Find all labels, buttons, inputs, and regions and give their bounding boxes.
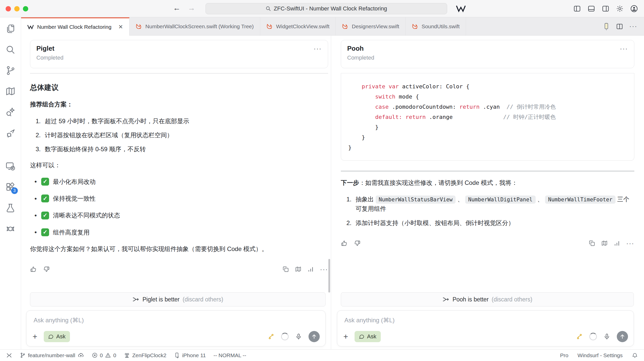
list-item: 2.计时器按钮放在状态栏区域（复用状态栏空间） bbox=[30, 130, 328, 140]
remote-indicator-icon[interactable] bbox=[6, 352, 12, 358]
open-in-editor-icon[interactable] bbox=[295, 266, 301, 272]
stats-icon[interactable] bbox=[308, 266, 314, 272]
better-label: Piglet is better bbox=[142, 296, 180, 303]
error-icon bbox=[92, 352, 98, 358]
toggle-primary-sidebar-icon[interactable] bbox=[573, 4, 581, 13]
list-item: 3.数字面板始终保持 0-59 顺序，不反转 bbox=[30, 144, 328, 154]
split-editor-icon[interactable] bbox=[616, 23, 623, 30]
toggle-panel-icon[interactable] bbox=[587, 4, 596, 13]
chat-input-right[interactable]: Ask anything (⌘L) + Ask bbox=[337, 310, 634, 346]
ask-label: Ask bbox=[56, 333, 66, 340]
thumbs-up-icon[interactable] bbox=[30, 266, 37, 273]
mic-icon[interactable] bbox=[604, 333, 610, 340]
chat-input-left[interactable]: Ask anything (⌘L) + Ask bbox=[26, 310, 326, 346]
thumbs-down-icon[interactable] bbox=[43, 266, 50, 273]
windsurf-settings-button[interactable]: Windsurf - Settings bbox=[578, 352, 623, 358]
check-item: •✓保持视觉一致性 bbox=[30, 193, 328, 204]
message-lead: 这样可以： bbox=[30, 160, 328, 170]
tab-close-icon[interactable]: ✕ bbox=[118, 24, 123, 30]
device-status[interactable]: iPhone 11 bbox=[174, 352, 206, 358]
swift-icon bbox=[266, 23, 273, 30]
tab-label: NumberWallClockScreen.swift (Working Tre… bbox=[145, 23, 254, 30]
check-item: •✓清晰表达不同模式的状态 bbox=[30, 210, 328, 220]
stats-icon[interactable] bbox=[614, 240, 620, 246]
list-item: 2.添加计时器支持（小时取模、按钮布局、倒计时视觉区分） bbox=[341, 218, 634, 228]
simulator-device-icon[interactable] bbox=[603, 23, 610, 30]
tab-numberwallclockscreen[interactable]: NumberWallClockScreen.swift (Working Tre… bbox=[129, 17, 260, 35]
copy-message-icon[interactable] bbox=[589, 240, 595, 246]
list-item: 1.超过 59 小时时，数字面板不点亮小时，只在底部显示 bbox=[30, 116, 328, 126]
input-placeholder: Ask anything (⌘L) bbox=[344, 317, 394, 324]
remote-explorer-icon[interactable] bbox=[5, 160, 16, 172]
testing-beaker-icon[interactable] bbox=[5, 202, 16, 214]
toggle-secondary-sidebar-icon[interactable] bbox=[601, 4, 610, 13]
message-more-icon[interactable]: ··· bbox=[320, 264, 328, 274]
card-more-icon[interactable]: ··· bbox=[620, 45, 628, 53]
vim-mode-indicator[interactable]: -- NORMAL -- bbox=[213, 352, 246, 358]
explorer-icon[interactable] bbox=[5, 23, 16, 35]
swift-code: private var activeColor: Color { switch … bbox=[348, 81, 627, 153]
tab-soundutils[interactable]: SoundUtils.swift bbox=[406, 17, 466, 35]
swift-icon bbox=[136, 23, 142, 30]
zoom-window-button[interactable] bbox=[23, 6, 28, 11]
editor-tabbar: Number Wall Clock Refactoring ✕ NumberWa… bbox=[21, 17, 644, 36]
plan-badge[interactable]: Pro bbox=[560, 352, 568, 358]
error-count: 0 bbox=[100, 352, 103, 358]
model-status: Completed bbox=[347, 54, 628, 61]
minimize-window-button[interactable] bbox=[14, 6, 20, 11]
ask-mode-button[interactable]: Ask bbox=[44, 331, 70, 342]
branch-context-icon[interactable] bbox=[268, 333, 274, 340]
ai-search-icon[interactable] bbox=[5, 106, 16, 118]
problems-status[interactable]: 0 0 bbox=[92, 352, 116, 358]
ordered-list: 1.抽象出 NumberWallStatusBarView 、 NumberWa… bbox=[341, 195, 634, 228]
send-button[interactable] bbox=[309, 331, 320, 342]
attach-plus-button[interactable]: + bbox=[343, 332, 353, 341]
tab-number-wall-clock-refactoring[interactable]: Number Wall Clock Refactoring ✕ bbox=[21, 17, 129, 36]
branch-context-icon[interactable] bbox=[576, 333, 583, 340]
open-in-editor-icon[interactable] bbox=[601, 240, 608, 246]
vim-mode-text: -- NORMAL -- bbox=[213, 352, 246, 358]
green-check-icon: ✓ bbox=[41, 195, 49, 202]
ask-label: Ask bbox=[367, 333, 376, 340]
notifications-bell-icon[interactable] bbox=[632, 352, 638, 358]
message-footer: ··· bbox=[30, 264, 328, 274]
git-branch-status[interactable]: feature/number-wall bbox=[20, 352, 84, 359]
run-debug-icon[interactable] bbox=[5, 127, 16, 139]
scheme-status[interactable]: ZenFlipClock2 bbox=[124, 352, 166, 358]
navigate-forward-icon[interactable]: → bbox=[188, 4, 195, 12]
mic-icon[interactable] bbox=[295, 333, 302, 340]
piglet-is-better-button[interactable]: Piglet is better (discard others) bbox=[30, 292, 326, 307]
sync-cloud-icon bbox=[78, 352, 84, 359]
send-button[interactable] bbox=[617, 331, 628, 342]
scrollbar-thumb[interactable] bbox=[328, 259, 330, 293]
scheme-name: ZenFlipClock2 bbox=[132, 352, 166, 358]
extensions-icon[interactable]: 3 bbox=[5, 181, 16, 193]
search-sidebar-icon[interactable] bbox=[5, 44, 16, 55]
attach-plus-button[interactable]: + bbox=[33, 332, 42, 341]
account-icon[interactable] bbox=[630, 4, 638, 13]
thumbs-down-icon[interactable] bbox=[354, 240, 361, 247]
close-window-button[interactable] bbox=[6, 6, 11, 11]
ask-mode-button[interactable]: Ask bbox=[355, 331, 381, 342]
merge-arrow-icon bbox=[442, 296, 449, 303]
thumbs-up-icon[interactable] bbox=[341, 240, 348, 247]
tab-designersview[interactable]: DesignersView.swift bbox=[336, 17, 405, 35]
pooh-is-better-button[interactable]: Pooh is better (discard others) bbox=[341, 292, 634, 307]
branch-name: feature/number-wall bbox=[28, 352, 75, 358]
tab-label: Number Wall Clock Refactoring bbox=[37, 24, 111, 30]
map-explorer-icon[interactable] bbox=[5, 86, 16, 97]
message-more-icon[interactable]: ··· bbox=[626, 238, 634, 248]
navigate-back-icon[interactable]: ← bbox=[173, 4, 181, 12]
warning-count: 0 bbox=[113, 352, 116, 358]
sweetpad-candy-icon[interactable] bbox=[5, 223, 16, 235]
card-more-icon[interactable]: ··· bbox=[314, 45, 322, 53]
command-center-search[interactable]: ZFC-SwiftUI - Number Wall Clock Refactor… bbox=[206, 3, 447, 14]
model-name: Piglet bbox=[36, 45, 322, 52]
tab-widgetclockview[interactable]: WidgetClockView.swift bbox=[260, 17, 336, 35]
more-actions-icon[interactable]: ··· bbox=[629, 22, 637, 30]
message-heading: 总体建议 bbox=[30, 82, 328, 93]
source-control-icon[interactable] bbox=[5, 65, 16, 76]
next-steps-label: 下一步 bbox=[341, 179, 359, 186]
copy-message-icon[interactable] bbox=[283, 266, 289, 272]
settings-gear-icon[interactable] bbox=[616, 4, 624, 13]
